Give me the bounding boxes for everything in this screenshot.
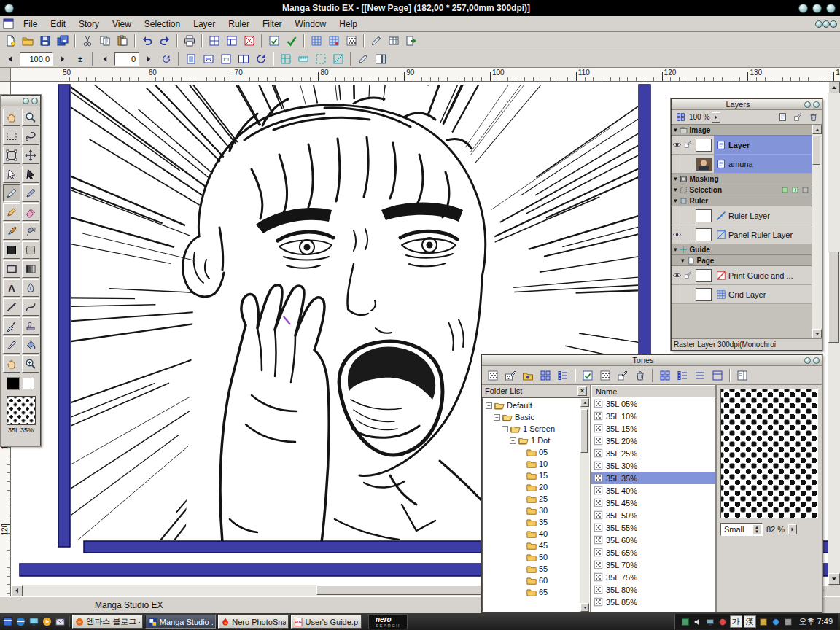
toolbar-panel-blue2-button[interactable] [224, 33, 240, 49]
quicklaunch-ql-ie[interactable] [15, 616, 26, 627]
palette-collapse-icon[interactable] [804, 101, 811, 108]
layer-section-masking[interactable]: ▾Masking [672, 174, 812, 184]
edit-cell[interactable] [682, 136, 693, 154]
tools-palette-titlebar[interactable] [1, 96, 40, 106]
taskbar-button-user-s-guide-p[interactable]: PDFUser's Guide.p... [291, 615, 362, 629]
menu-selection[interactable]: Selection [138, 17, 187, 31]
quicklaunch-ql-mail[interactable] [55, 616, 66, 627]
toolbar-undo-button[interactable] [139, 33, 155, 49]
toolbar-save-all-button[interactable] [55, 33, 71, 49]
toolbar-save-button[interactable] [37, 33, 53, 49]
quicklaunch-ql-desktop[interactable] [28, 616, 39, 627]
toolbar-paste-button[interactable] [114, 33, 131, 49]
layer-name[interactable]: Grid Layer [714, 285, 812, 303]
tool-stamp[interactable] [22, 317, 39, 335]
tree-item-1-screen[interactable]: −1 Screen [484, 423, 580, 435]
tree-item-15[interactable]: 15 [484, 470, 580, 481]
collapse-arrow-icon[interactable]: ▾ [674, 198, 677, 204]
scroll-left-icon[interactable] [11, 585, 23, 596]
tool-cursor-black[interactable] [22, 166, 39, 183]
toolbar-open-button[interactable] [20, 33, 36, 49]
tree-item-60[interactable]: 60 [484, 575, 580, 586]
tool-tone-gray[interactable] [22, 241, 39, 259]
zoom-value-field[interactable]: 100,0 [20, 52, 53, 66]
toolbar-toggle-frame-button[interactable] [313, 51, 329, 67]
tool-airbrush[interactable] [22, 222, 39, 240]
delete-layer-button[interactable] [806, 111, 820, 124]
tree-item-50[interactable]: 50 [484, 551, 580, 563]
tone-item-35l-65[interactable]: 35L 65% [591, 546, 715, 559]
toolbar-toggle-ruler-button[interactable] [295, 51, 311, 67]
tree-item-35[interactable]: 35 [484, 516, 580, 528]
tones-view-icons-button[interactable] [537, 368, 553, 384]
tree-item-default[interactable]: −Default [484, 400, 580, 411]
foreground-color-swatch[interactable] [7, 378, 19, 389]
toolbar-fit-width-button[interactable] [201, 51, 217, 67]
visibility-cell[interactable] [672, 155, 682, 173]
tones-folder-up-button[interactable] [520, 368, 536, 384]
menu-edit[interactable]: Edit [44, 17, 72, 31]
tool-eraser[interactable] [22, 203, 39, 221]
expander-icon[interactable]: − [510, 438, 516, 444]
expander-icon[interactable]: − [502, 426, 508, 432]
scroll-up-icon[interactable] [580, 398, 589, 407]
tool-move[interactable] [22, 147, 39, 164]
window-menu-icon[interactable] [4, 4, 14, 13]
layer-name[interactable]: amuna [714, 155, 812, 173]
tone-item-35l-45[interactable]: 35L 45% [591, 497, 715, 509]
tone-item-35l-70[interactable]: 35L 70% [591, 559, 715, 571]
rotate-reset-button[interactable] [158, 51, 174, 67]
tool-transform[interactable] [3, 147, 20, 164]
toolbar-export-arrow-button[interactable] [403, 33, 419, 49]
collapse-arrow-icon[interactable]: ▾ [674, 127, 677, 133]
toolbar-redo-button[interactable] [157, 33, 173, 49]
tone-item-35l-15[interactable]: 35L 15% [591, 422, 715, 435]
layer-row-ruler-layer[interactable]: Ruler Layer [672, 206, 812, 225]
edit-layer-button[interactable] [791, 111, 804, 124]
palette-collapse-icon[interactable] [804, 357, 811, 364]
layer-row-grid-layer[interactable]: Grid Layer [672, 285, 812, 304]
scroll-down-icon[interactable] [828, 573, 840, 585]
nero-search-widget[interactable]: nero SEARCH [368, 614, 408, 629]
menu-help[interactable]: Help [332, 17, 364, 31]
tones-tone-swatch-button[interactable] [597, 368, 613, 384]
preview-zoom-arrow-icon[interactable] [788, 524, 797, 534]
close-icon[interactable] [826, 4, 836, 13]
layer-row-print-guide-and[interactable]: Print Guide and ... [672, 266, 812, 285]
layer-section-selection[interactable]: ▾Selection [672, 184, 812, 195]
tones-vm-3-button[interactable] [692, 368, 708, 384]
menu-ruler[interactable]: Ruler [222, 17, 256, 31]
toolbar-checkbox-button[interactable] [266, 33, 282, 49]
tone-item-35l-75[interactable]: 35L 75% [591, 571, 715, 583]
tool-pan-hand[interactable] [3, 109, 20, 126]
layer-row-amuna[interactable]: amuna [672, 155, 812, 174]
tray-tray-d-icon[interactable] [718, 617, 728, 627]
menu-view[interactable]: View [106, 17, 138, 31]
layer-section-guide[interactable]: ▾Guide [672, 244, 812, 255]
tone-item-35l-40[interactable]: 35L 40% [591, 484, 715, 497]
tones-vm-4-button[interactable] [709, 368, 726, 384]
visibility-cell[interactable] [672, 206, 682, 225]
toolbar-pen-button[interactable] [368, 33, 384, 49]
background-color-swatch[interactable] [23, 378, 34, 389]
toolbar-pixel-view-button[interactable]: 1:1 [218, 51, 234, 67]
menu-filter[interactable]: Filter [256, 17, 289, 31]
toolbar-tone-dots-button[interactable] [343, 33, 359, 49]
toolbar-copy-button[interactable] [97, 33, 113, 49]
tree-item-25[interactable]: 25 [484, 493, 580, 505]
quicklaunch-ql-window[interactable] [2, 616, 13, 627]
tool-lasso[interactable] [22, 128, 39, 145]
tone-item-35l-80[interactable]: 35L 80% [591, 583, 715, 596]
child-close-icon[interactable] [830, 20, 837, 28]
toolbar-panel-blue-button[interactable] [206, 33, 222, 49]
tool-text[interactable]: A [3, 279, 20, 297]
menu-file[interactable]: File [17, 17, 44, 31]
tones-vm-2-button[interactable] [674, 368, 691, 384]
palette-close-icon[interactable] [813, 101, 820, 108]
tone-item-35l-20[interactable]: 35L 20% [591, 435, 715, 447]
collapse-arrow-icon[interactable]: ▾ [674, 187, 677, 193]
tones-tone-pen-button[interactable] [615, 368, 631, 384]
tool-pencil[interactable] [3, 203, 20, 221]
tones-tone-apply-button[interactable] [502, 368, 518, 384]
tree-item-45[interactable]: 45 [484, 540, 580, 551]
